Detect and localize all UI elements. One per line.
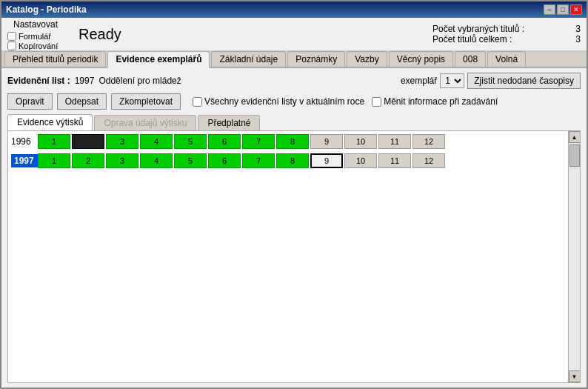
year-label: 1996 <box>11 136 38 147</box>
evid-line: Evidenční list : 1997 Oddělení pro mláde… <box>7 73 581 89</box>
tab-008[interactable]: 008 <box>455 51 486 67</box>
checkbox-options: Všechny evidenční listy v aktuálním roce… <box>193 96 498 107</box>
kopirovani-checkbox[interactable] <box>7 41 16 50</box>
title-bar: Katalog - Periodika – □ ✕ <box>1 1 587 18</box>
status-text: Ready <box>71 26 432 43</box>
evid-year: 1997 <box>75 76 95 86</box>
month-cell[interactable]: 8 <box>276 153 309 168</box>
month-cell[interactable]: 6 <box>208 153 241 168</box>
month-cell[interactable]: 1 <box>38 134 70 149</box>
total-count-row: Počet titulů celkem : 3 <box>432 34 581 44</box>
tab-poznamky[interactable]: Poznámky <box>287 51 345 67</box>
evidence-panel-inner: 19961234567891011121997123456789101112 ▲… <box>8 131 580 382</box>
month-cell[interactable]: 12 <box>412 134 445 149</box>
month-cell[interactable]: 9 <box>310 134 343 149</box>
check-menit-checkbox[interactable] <box>372 97 381 107</box>
month-cell[interactable]: 11 <box>378 153 411 168</box>
check-all-text: Všechny evidenční listy v aktuálním roce <box>204 96 364 107</box>
month-cell[interactable]: 3 <box>106 134 138 149</box>
year-row: 1996123456789101112 <box>11 134 565 149</box>
formulac-row: Formulář <box>7 32 64 41</box>
tab-prehled[interactable]: Přehled titulů periodik <box>4 51 106 67</box>
action-btns: Opravit Odepsat Zkompletovat Všechny evi… <box>7 93 581 110</box>
evidence-scroll[interactable]: 19961234567891011121997123456789101112 <box>8 131 568 382</box>
tab-vecny[interactable]: Věcný popis <box>389 51 453 67</box>
title-controls: – □ ✕ <box>544 4 582 15</box>
month-cell[interactable]: 8 <box>276 134 309 149</box>
tab-evidence[interactable]: Evidence exemplářů <box>107 51 210 68</box>
exemplar-label: exemplář <box>401 76 437 86</box>
check-menit-text: Měnit informace při zadávání <box>384 96 498 107</box>
right-info: Počet vybraných titulů : 3 Počet titulů … <box>432 24 581 44</box>
check-all-label: Všechny evidenční listy v aktuálním roce <box>193 96 364 107</box>
inner-tabs: Evidence výtisků Oprava údajů výtisku Př… <box>7 114 581 130</box>
month-cell[interactable]: 9 <box>310 153 343 168</box>
tab-zakladni[interactable]: Základní údaje <box>211 51 286 67</box>
scroll-thumb[interactable] <box>569 144 580 167</box>
toolbar-area: Nastavovat Formulář Kopírování Ready Poč… <box>1 18 587 51</box>
zjistit-button[interactable]: Zjistit nedodané časopisy <box>467 73 581 89</box>
months-grid: 123456789101112 <box>38 134 445 149</box>
month-cell[interactable]: 5 <box>174 153 207 168</box>
scrollbar: ▲ ▼ <box>568 131 580 382</box>
close-button[interactable]: ✕ <box>570 4 582 15</box>
year-label: 1997 <box>11 154 38 167</box>
year-row: 1997123456789101112 <box>11 153 565 168</box>
month-cell[interactable]: 4 <box>140 153 173 168</box>
months-grid: 123456789101112 <box>38 153 445 168</box>
tab-vazby[interactable]: Vazby <box>347 51 387 67</box>
evid-dept: Oddělení pro mládež <box>98 76 181 86</box>
month-cell[interactable]: 1 <box>38 153 70 168</box>
total-value: 3 <box>575 34 581 44</box>
menu-nastavovat[interactable]: Nastavovat <box>7 18 64 31</box>
selected-count-row: Počet vybraných titulů : 3 <box>432 24 581 34</box>
zkompletovat-button[interactable]: Zkompletovat <box>111 93 181 110</box>
main-window: Katalog - Periodika – □ ✕ Nastavovat For… <box>0 0 588 389</box>
inner-tab-evidence[interactable]: Evidence výtisků <box>7 114 93 130</box>
month-cell[interactable]: 6 <box>208 134 241 149</box>
evid-label: Evidenční list : <box>7 76 70 86</box>
kopirovani-row: Kopírování <box>7 41 64 50</box>
month-cell[interactable]: 11 <box>378 134 411 149</box>
month-cell[interactable]: 5 <box>174 134 207 149</box>
inner-tab-oprava: Oprava údajů výtisku <box>94 115 196 130</box>
content-area: Evidenční list : 1997 Oddělení pro mláde… <box>1 68 587 388</box>
month-cell[interactable]: 12 <box>412 153 445 168</box>
odepsat-button[interactable]: Odepsat <box>57 93 107 110</box>
check-menit-label: Měnit informace při zadávání <box>372 96 498 107</box>
total-label: Počet titulů celkem : <box>432 34 512 44</box>
minimize-button[interactable]: – <box>544 4 555 15</box>
scroll-up-button[interactable]: ▲ <box>569 131 581 143</box>
exemplar-dropdown[interactable]: 1 2 3 <box>440 73 464 88</box>
formular-label: Formulář <box>19 32 51 41</box>
month-cell[interactable]: 3 <box>106 153 138 168</box>
inner-tab-predplatne[interactable]: Předplatné <box>198 115 260 130</box>
check-all-checkbox[interactable] <box>193 97 202 107</box>
selected-label: Počet vybraných titulů : <box>432 24 524 34</box>
tab-volna[interactable]: Volná <box>487 51 526 67</box>
left-menu: Nastavovat Formulář Kopírování <box>7 18 64 50</box>
month-cell[interactable]: 2 <box>72 153 104 168</box>
exemplar-select: exemplář 1 2 3 Zjistit nedodané časopisy <box>401 73 581 89</box>
month-cell[interactable]: 10 <box>344 153 377 168</box>
month-cell[interactable]: 2 <box>72 134 104 149</box>
month-cell[interactable]: 7 <box>242 134 275 149</box>
opravit-button[interactable]: Opravit <box>7 93 53 110</box>
window-title: Katalog - Periodika <box>6 4 87 15</box>
kopirovani-label: Kopírování <box>19 41 58 50</box>
evidence-panel: 19961234567891011121997123456789101112 ▲… <box>7 130 581 383</box>
scroll-track <box>569 143 581 370</box>
month-cell[interactable]: 4 <box>140 134 173 149</box>
selected-value: 3 <box>575 24 581 34</box>
scroll-down-button[interactable]: ▼ <box>569 370 581 382</box>
month-cell[interactable]: 10 <box>344 134 377 149</box>
formular-checkbox[interactable] <box>7 32 16 41</box>
maximize-button[interactable]: □ <box>557 4 569 15</box>
main-tabs-bar: Přehled titulů periodik Evidence exemplá… <box>1 51 587 68</box>
month-cell[interactable]: 7 <box>242 153 275 168</box>
